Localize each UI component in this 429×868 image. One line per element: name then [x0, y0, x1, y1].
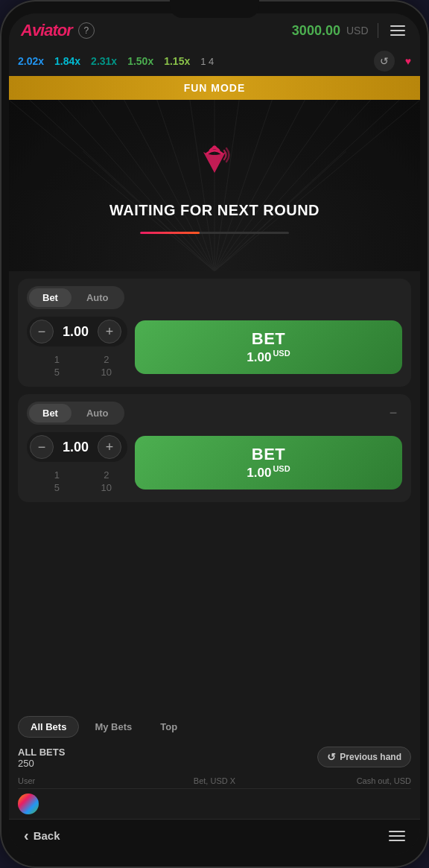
tab-bet-2[interactable]: Bet — [29, 404, 72, 422]
bets-info-row: ALL BETS 250 ↺ Previous hand — [18, 744, 411, 773]
all-bets-count: 250 — [18, 758, 65, 769]
back-button[interactable]: ‹ Back — [24, 827, 60, 844]
bet-tabs-2: Bet Auto — [27, 402, 124, 425]
waiting-text: WAITING FOR NEXT ROUND — [109, 202, 320, 219]
balance-amount: 3000.00 — [292, 23, 340, 39]
top-bar: Aviator ? 3000.00 USD — [9, 13, 420, 46]
svg-line-2 — [58, 100, 214, 271]
back-label: Back — [34, 829, 60, 842]
bet-tabs-1: Bet Auto — [27, 286, 124, 309]
quick-amounts-1: 1 2 5 10 — [27, 354, 127, 378]
notch — [170, 0, 259, 18]
all-bets-info: ALL BETS 250 — [18, 747, 65, 769]
heart-icon[interactable]: ♥ — [405, 55, 411, 67]
quick-3-2[interactable]: 5 — [36, 482, 78, 493]
bet-amount-1: 1.00 — [60, 324, 92, 340]
back-arrow-icon: ‹ — [24, 827, 29, 844]
bet-panel-2-header: Bet Auto − — [27, 402, 402, 425]
svg-line-12 — [214, 100, 371, 271]
bet-input-area-1: − 1.00 + — [27, 317, 127, 346]
bet-button-2[interactable]: BET 1.00USD — [135, 436, 402, 490]
history-clock-icon: ↺ — [327, 751, 336, 763]
bet-button-amount-2: 1.00USD — [247, 464, 290, 481]
svg-line-14 — [214, 100, 420, 271]
phone-screen: Aviator ? 3000.00 USD 2.02x 1.84x 2.31x … — [9, 13, 420, 855]
tab-auto-2[interactable]: Auto — [73, 404, 122, 422]
bottom-bar: ‹ Back — [9, 819, 420, 855]
bet-panel-1: Bet Auto − 1.00 + 1 2 5 — [18, 279, 411, 387]
plane-icon — [192, 137, 237, 191]
bet-sections: Bet Auto − 1.00 + 1 2 5 — [9, 271, 420, 710]
remove-panel-2[interactable]: − — [384, 405, 402, 422]
app-logo: Aviator — [21, 21, 72, 40]
avatar — [18, 793, 39, 814]
tab-auto-1[interactable]: Auto — [73, 288, 122, 307]
bet-input-area-2: − 1.00 + — [27, 432, 127, 462]
phone-frame: Aviator ? 3000.00 USD 2.02x 1.84x 2.31x … — [0, 0, 429, 868]
col-bet-x: Bet, USD X — [149, 776, 280, 785]
fun-mode-banner: FUN MODE — [9, 76, 420, 100]
bet-panel-1-header: Bet Auto — [27, 286, 402, 309]
multiplier-item-4[interactable]: 1.15x — [164, 55, 190, 67]
tab-my-bets[interactable]: My Bets — [82, 716, 144, 738]
bets-table-header: User Bet, USD X Cash out, USD — [18, 773, 411, 789]
help-button[interactable]: ? — [78, 22, 95, 39]
bet-button-label-1: BET — [252, 329, 286, 349]
tab-all-bets[interactable]: All Bets — [18, 716, 79, 738]
quick-amounts-2: 1 2 5 10 — [27, 469, 127, 493]
multiplier-item-2[interactable]: 2.31x — [91, 55, 117, 67]
all-bets-label: ALL BETS — [18, 747, 65, 758]
previous-hand-button[interactable]: ↺ Previous hand — [317, 747, 411, 767]
menu-button[interactable] — [387, 22, 408, 39]
divider — [378, 23, 379, 38]
balance-currency: USD — [346, 25, 369, 37]
multiplier-item-1[interactable]: 1.84x — [54, 55, 80, 67]
bets-tabs: All Bets My Bets Top — [18, 716, 411, 738]
bet-row-1: − 1.00 + 1 2 5 10 BET — [27, 317, 402, 378]
quick-4-1[interactable]: 10 — [86, 367, 128, 378]
history-icon[interactable]: ↺ — [374, 51, 395, 72]
prev-hand-label: Previous hand — [340, 752, 401, 762]
bet-amount-2: 1.00 — [60, 440, 92, 455]
bets-row-placeholder — [18, 789, 411, 819]
col-cashout: Cash out, USD — [280, 776, 411, 785]
bets-section: All Bets My Bets Top ALL BETS 250 ↺ Prev… — [9, 710, 420, 819]
game-area: WAITING FOR NEXT ROUND — [9, 100, 420, 271]
bet-button-1[interactable]: BET 1.00USD — [135, 320, 402, 374]
bet-button-label-2: BET — [252, 445, 286, 464]
svg-line-0 — [9, 100, 214, 271]
balance-area: 3000.00 USD — [292, 22, 408, 39]
tab-top-bets[interactable]: Top — [147, 716, 190, 738]
logo-area: Aviator ? — [21, 21, 95, 40]
increase-bet-2[interactable]: + — [98, 435, 121, 459]
quick-3-1[interactable]: 5 — [36, 367, 78, 378]
decrease-bet-2[interactable]: − — [30, 435, 54, 459]
multiplier-more: 1 4 — [200, 56, 363, 67]
quick-1-2[interactable]: 1 — [36, 469, 78, 481]
bet-button-amount-1: 1.00USD — [247, 349, 290, 365]
decrease-bet-1[interactable]: − — [30, 320, 54, 343]
bet-row-2: − 1.00 + 1 2 5 10 BET — [27, 432, 402, 493]
tab-bet-1[interactable]: Bet — [29, 288, 72, 307]
quick-2-2[interactable]: 2 — [86, 469, 128, 481]
progress-bar-container — [140, 232, 289, 234]
multiplier-bar: 2.02x 1.84x 2.31x 1.50x 1.15x 1 4 ↺ ♥ — [9, 46, 420, 76]
increase-bet-1[interactable]: + — [98, 320, 121, 343]
progress-bar-fill — [140, 232, 200, 234]
quick-4-2[interactable]: 10 — [86, 482, 128, 493]
quick-1-1[interactable]: 1 — [36, 354, 78, 365]
multiplier-item-0[interactable]: 2.02x — [18, 55, 44, 67]
bet-panel-2: Bet Auto − − 1.00 + 1 2 — [18, 394, 411, 502]
multiplier-item-3[interactable]: 1.50x — [127, 55, 153, 67]
bottom-menu-button[interactable] — [389, 831, 405, 841]
col-user: User — [18, 776, 149, 785]
quick-2-1[interactable]: 2 — [86, 354, 128, 365]
